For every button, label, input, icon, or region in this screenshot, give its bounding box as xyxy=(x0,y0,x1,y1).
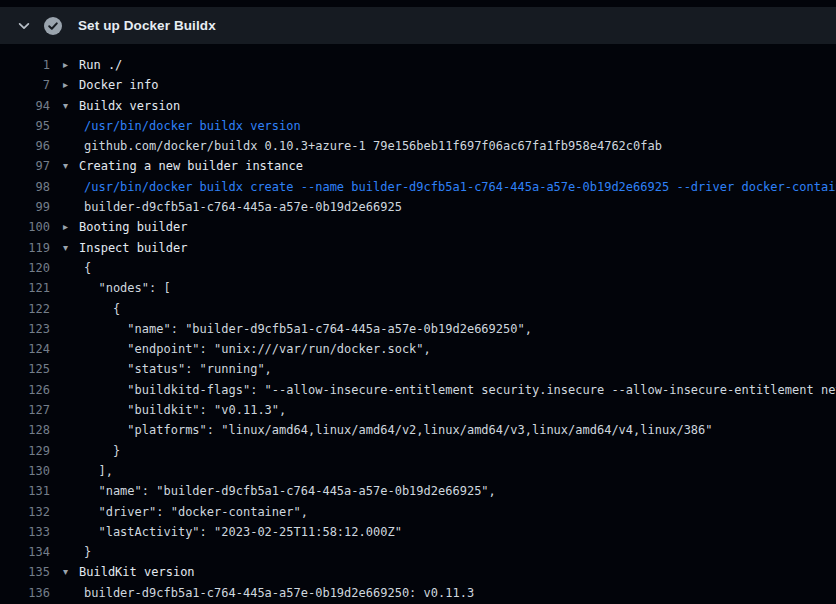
group-title: BuildKit version xyxy=(79,562,195,582)
log-group-row[interactable]: 135▾BuildKit version xyxy=(0,562,836,582)
line-number[interactable]: 7 xyxy=(0,75,50,95)
command-text: /usr/bin/docker buildx create --name bui… xyxy=(84,177,836,197)
line-number[interactable]: 123 xyxy=(0,319,50,339)
triangle-right-icon[interactable]: ▸ xyxy=(63,55,79,75)
log-group-row[interactable]: 100▸Booting builder xyxy=(0,217,836,237)
line-number[interactable]: 136 xyxy=(0,583,50,603)
group-title: Creating a new builder instance xyxy=(79,156,303,176)
output-text: "buildkitd-flags": "--allow-insecure-ent… xyxy=(84,380,836,400)
output-text: } xyxy=(84,441,120,461)
log-row: 124 "endpoint": "unix:///var/run/docker.… xyxy=(0,339,836,359)
command-text: /usr/bin/docker buildx version xyxy=(84,116,301,136)
output-text: "status": "running", xyxy=(84,359,272,379)
output-text: "buildkit": "v0.11.3", xyxy=(84,400,286,420)
line-number[interactable]: 124 xyxy=(0,339,50,359)
triangle-down-icon[interactable]: ▾ xyxy=(63,96,79,116)
triangle-down-icon[interactable]: ▾ xyxy=(63,562,79,582)
line-number[interactable]: 119 xyxy=(0,238,50,258)
line-number[interactable]: 130 xyxy=(0,461,50,481)
log-row: 129 } xyxy=(0,441,836,461)
log-row: 128 "platforms": "linux/amd64,linux/amd6… xyxy=(0,420,836,440)
log-row: 99builder-d9cfb5a1-c764-445a-a57e-0b19d2… xyxy=(0,197,836,217)
line-number[interactable]: 131 xyxy=(0,481,50,501)
log-container: 1▸Run ./7▸Docker info94▾Buildx version95… xyxy=(0,44,836,604)
output-text: "nodes": [ xyxy=(84,278,171,298)
line-number[interactable]: 98 xyxy=(0,177,50,197)
line-number[interactable]: 95 xyxy=(0,116,50,136)
step-title: Set up Docker Buildx xyxy=(78,18,216,33)
output-text: } xyxy=(84,542,91,562)
log-row: 126 "buildkitd-flags": "--allow-insecure… xyxy=(0,380,836,400)
output-text: "name": "builder-d9cfb5a1-c764-445a-a57e… xyxy=(84,481,496,501)
triangle-down-icon[interactable]: ▾ xyxy=(63,238,79,258)
line-number[interactable]: 132 xyxy=(0,502,50,522)
line-number[interactable]: 97 xyxy=(0,156,50,176)
log-group-row[interactable]: 97▾Creating a new builder instance xyxy=(0,156,836,176)
output-text: { xyxy=(84,299,120,319)
log-row: 127 "buildkit": "v0.11.3", xyxy=(0,400,836,420)
line-number[interactable]: 100 xyxy=(0,217,50,237)
chevron-down-icon[interactable] xyxy=(12,14,36,38)
log-group-row[interactable]: 7▸Docker info xyxy=(0,75,836,95)
output-text: "lastActivity": "2023-02-25T11:58:12.000… xyxy=(84,522,402,542)
group-title: Run ./ xyxy=(79,55,122,75)
triangle-right-icon[interactable]: ▸ xyxy=(63,75,79,95)
log-row: 130 ], xyxy=(0,461,836,481)
group-title: Booting builder xyxy=(79,217,187,237)
log-row: 132 "driver": "docker-container", xyxy=(0,502,836,522)
line-number[interactable]: 129 xyxy=(0,441,50,461)
output-text: "name": "builder-d9cfb5a1-c764-445a-a57e… xyxy=(84,319,532,339)
output-text: { xyxy=(84,258,91,278)
triangle-right-icon[interactable]: ▸ xyxy=(63,217,79,237)
output-text: builder-d9cfb5a1-c764-445a-a57e-0b19d2e6… xyxy=(84,197,402,217)
log-row: 134} xyxy=(0,542,836,562)
line-number[interactable]: 134 xyxy=(0,542,50,562)
output-text: ], xyxy=(84,461,113,481)
output-text: "endpoint": "unix:///var/run/docker.sock… xyxy=(84,339,431,359)
group-title: Inspect builder xyxy=(79,238,187,258)
group-title: Docker info xyxy=(79,75,158,95)
log-row: 98/usr/bin/docker buildx create --name b… xyxy=(0,177,836,197)
line-number[interactable]: 127 xyxy=(0,400,50,420)
line-number[interactable]: 121 xyxy=(0,278,50,298)
line-number[interactable]: 125 xyxy=(0,359,50,379)
line-number[interactable]: 133 xyxy=(0,522,50,542)
line-number[interactable]: 1 xyxy=(0,55,50,75)
step-header[interactable]: Set up Docker Buildx xyxy=(0,7,836,44)
log-row: 136builder-d9cfb5a1-c764-445a-a57e-0b19d… xyxy=(0,583,836,603)
log-row: 122 { xyxy=(0,299,836,319)
line-number[interactable]: 126 xyxy=(0,380,50,400)
log-row: 133 "lastActivity": "2023-02-25T11:58:12… xyxy=(0,522,836,542)
log-row: 123 "name": "builder-d9cfb5a1-c764-445a-… xyxy=(0,319,836,339)
line-number[interactable]: 99 xyxy=(0,197,50,217)
log-row: 95/usr/bin/docker buildx version xyxy=(0,116,836,136)
line-number[interactable]: 120 xyxy=(0,258,50,278)
log-group-row[interactable]: 1▸Run ./ xyxy=(0,55,836,75)
line-number[interactable]: 122 xyxy=(0,299,50,319)
output-text: github.com/docker/buildx 0.10.3+azure-1 … xyxy=(84,136,662,156)
group-title: Buildx version xyxy=(79,96,180,116)
output-text: "platforms": "linux/amd64,linux/amd64/v2… xyxy=(84,420,713,440)
log-group-row[interactable]: 94▾Buildx version xyxy=(0,96,836,116)
check-circle-icon xyxy=(44,17,62,35)
log-group-row[interactable]: 119▾Inspect builder xyxy=(0,238,836,258)
log-row: 96github.com/docker/buildx 0.10.3+azure-… xyxy=(0,136,836,156)
output-text: builder-d9cfb5a1-c764-445a-a57e-0b19d2e6… xyxy=(84,583,474,603)
log-row: 131 "name": "builder-d9cfb5a1-c764-445a-… xyxy=(0,481,836,501)
triangle-down-icon[interactable]: ▾ xyxy=(63,156,79,176)
line-number[interactable]: 135 xyxy=(0,562,50,582)
line-number[interactable]: 94 xyxy=(0,96,50,116)
log-row: 125 "status": "running", xyxy=(0,359,836,379)
line-number[interactable]: 96 xyxy=(0,136,50,156)
log-row: 121 "nodes": [ xyxy=(0,278,836,298)
output-text: "driver": "docker-container", xyxy=(84,502,308,522)
log-row: 120{ xyxy=(0,258,836,278)
line-number[interactable]: 128 xyxy=(0,420,50,440)
